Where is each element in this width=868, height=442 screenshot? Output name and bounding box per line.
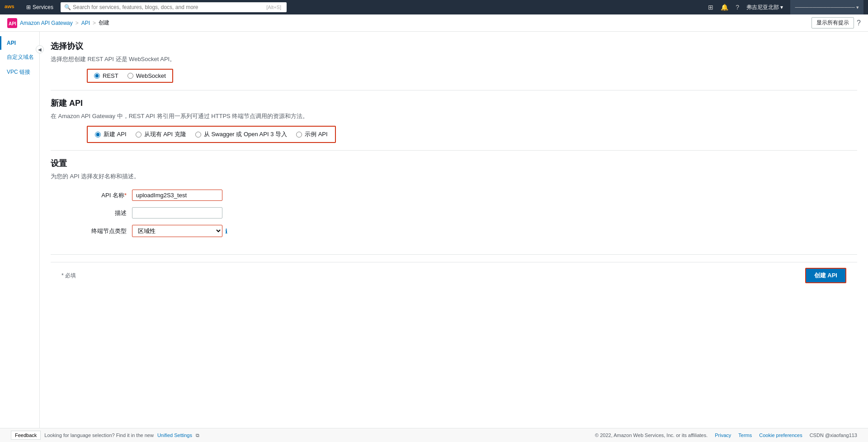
content-area: 选择协议 选择您想创建 REST API 还是 WebSocket API。 R… (40, 32, 868, 442)
breadcrumb-bar: API Amazon API Gateway > API > 创建 显示所有提示… (0, 14, 868, 32)
settings-section: 设置 为您的 API 选择友好名称和描述。 API 名称* 描述 终端节点类型 (51, 158, 857, 247)
protocol-rest-option[interactable]: REST (94, 72, 118, 79)
api-type-example-label: 示例 API (305, 130, 328, 138)
footer-links: © 2022, Amazon Web Services, Inc. or its… (595, 432, 857, 438)
breadcrumb-help-icon[interactable]: ? (857, 19, 861, 27)
api-type-example-radio[interactable] (296, 132, 302, 138)
apps-icon[interactable]: ⊞ (708, 4, 713, 11)
sidebar-collapse-button[interactable]: ◀ (36, 45, 44, 53)
right-text: CSDN @xiaofang113 (810, 432, 857, 438)
api-type-new-option[interactable]: 新建 API (95, 130, 127, 138)
api-type-clone-radio[interactable] (136, 132, 142, 138)
svg-text:API: API (9, 21, 16, 26)
search-icon: 🔍 (64, 4, 71, 10)
breadcrumb-sep-1: > (75, 20, 79, 26)
cookie-link[interactable]: Cookie preferences (759, 432, 802, 438)
divider-1 (51, 90, 857, 90)
settings-form: API 名称* 描述 终端节点类型 区域性 边缘优化 (51, 186, 857, 247)
show-tips-button[interactable]: 显示所有提示 (811, 17, 854, 29)
api-type-clone-option[interactable]: 从现有 API 克隆 (136, 130, 186, 138)
divider-3 (51, 254, 857, 255)
description-label: 描述 (87, 209, 132, 217)
settings-title: 设置 (51, 158, 857, 169)
api-name-row: API 名称* (51, 190, 857, 201)
unified-settings-link[interactable]: Unified Settings (157, 432, 192, 438)
feedback-button[interactable]: Feedback (11, 431, 41, 440)
fixed-footer: Feedback Looking for language selection?… (0, 428, 868, 442)
breadcrumb-sep-2: > (93, 20, 96, 26)
breadcrumb-current: 创建 (99, 19, 109, 27)
protocol-options-box: REST WebSocket (87, 69, 173, 83)
protocol-rest-label: REST (103, 72, 118, 79)
api-type-swagger-radio[interactable] (195, 132, 201, 138)
api-type-swagger-option[interactable]: 从 Swagger 或 Open API 3 导入 (195, 130, 287, 138)
copyright-text: © 2022, Amazon Web Services, Inc. or its… (595, 432, 708, 438)
protocol-rest-radio[interactable] (94, 73, 100, 79)
endpoint-type-label: 终端节点类型 (87, 227, 132, 235)
privacy-link[interactable]: Privacy (715, 432, 731, 438)
divider-2 (51, 150, 857, 151)
sidebar-item-custom-domain-label: 自定义域名 (7, 54, 34, 60)
new-api-desc: 在 Amazon API Gateway 中，REST API 将引用一系列可通… (51, 112, 857, 120)
help-icon[interactable]: ? (736, 4, 739, 11)
api-type-example-option[interactable]: 示例 API (296, 130, 328, 138)
select-protocol-section: 选择协议 选择您想创建 REST API 还是 WebSocket API。 R… (51, 41, 857, 83)
new-api-title: 新建 API (51, 98, 857, 109)
create-api-button[interactable]: 创建 API (805, 268, 846, 283)
link-external-icon: ⧉ (196, 432, 199, 438)
api-gateway-logo: API (7, 18, 17, 28)
new-api-section: 新建 API 在 Amazon API Gateway 中，REST API 将… (51, 98, 857, 143)
api-type-new-radio[interactable] (95, 132, 101, 138)
api-type-options-box: 新建 API 从现有 API 克隆 从 Swagger 或 Open API 3… (87, 126, 336, 143)
services-button[interactable]: ⊞ Services (24, 3, 56, 11)
sidebar-item-vpc-link[interactable]: VPC 链接 (0, 65, 39, 80)
endpoint-type-info-icon[interactable]: ℹ (225, 228, 227, 235)
select-protocol-title: 选择协议 (51, 41, 857, 52)
sidebar: ◀ API 自定义域名 VPC 链接 (0, 32, 40, 442)
terms-link[interactable]: Terms (738, 432, 752, 438)
protocol-websocket-option[interactable]: WebSocket (127, 72, 166, 79)
search-bar[interactable]: 🔍 [Alt+S] (61, 2, 287, 12)
svg-text:aws: aws (5, 4, 14, 9)
api-type-new-label: 新建 API (104, 130, 127, 138)
aws-logo[interactable]: aws (5, 3, 19, 12)
bell-icon[interactable]: 🔔 (721, 4, 728, 11)
settings-desc: 为您的 API 选择友好名称和描述。 (51, 172, 857, 181)
breadcrumb-api-link[interactable]: API (81, 20, 90, 26)
top-nav: aws ⊞ Services 🔍 [Alt+S] ⊞ 🔔 ? 弗吉尼亚北部 ▾ … (0, 0, 868, 14)
breadcrumb-service-link[interactable]: Amazon API Gateway (20, 20, 73, 26)
protocol-websocket-label: WebSocket (136, 72, 166, 79)
sidebar-item-api[interactable]: API (0, 36, 39, 50)
api-type-clone-label: 从现有 API 克隆 (144, 130, 186, 138)
sidebar-item-api-label: API (7, 40, 16, 46)
services-label: Services (33, 4, 53, 10)
account-label: ───────────────── ▾ (795, 5, 859, 10)
endpoint-type-wrap: 区域性 边缘优化 私有 ℹ (132, 225, 227, 237)
main-layout: ◀ API 自定义域名 VPC 链接 选择协议 选择您想创建 REST API … (0, 32, 868, 442)
bottom-action-bar: * 必填 创建 API (51, 262, 857, 289)
region-selector[interactable]: 弗吉尼亚北部 ▾ (746, 4, 783, 11)
protocol-websocket-radio[interactable] (127, 73, 133, 79)
description-input[interactable] (132, 207, 222, 219)
search-input[interactable] (73, 4, 264, 10)
api-name-input[interactable] (132, 190, 222, 201)
grid-icon: ⊞ (26, 4, 31, 10)
top-nav-right: ⊞ 🔔 ? 弗吉尼亚北部 ▾ ───────────────── ▾ (708, 0, 863, 14)
select-protocol-desc: 选择您想创建 REST API 还是 WebSocket API。 (51, 55, 857, 63)
unified-text: Looking for language selection? Find it … (44, 432, 154, 438)
api-name-label: API 名称* (87, 191, 132, 200)
endpoint-type-select[interactable]: 区域性 边缘优化 私有 (132, 225, 222, 237)
endpoint-type-row: 终端节点类型 区域性 边缘优化 私有 ℹ (51, 225, 857, 237)
sidebar-item-vpc-link-label: VPC 链接 (7, 69, 30, 75)
api-type-swagger-label: 从 Swagger 或 Open API 3 导入 (204, 130, 287, 138)
sidebar-item-custom-domain[interactable]: 自定义域名 (0, 50, 39, 65)
account-bar[interactable]: ───────────────── ▾ (790, 0, 863, 14)
description-row: 描述 (51, 207, 857, 219)
search-shortcut: [Alt+S] (264, 5, 283, 10)
required-star: * (124, 192, 127, 199)
required-note: * 必填 (61, 272, 76, 280)
